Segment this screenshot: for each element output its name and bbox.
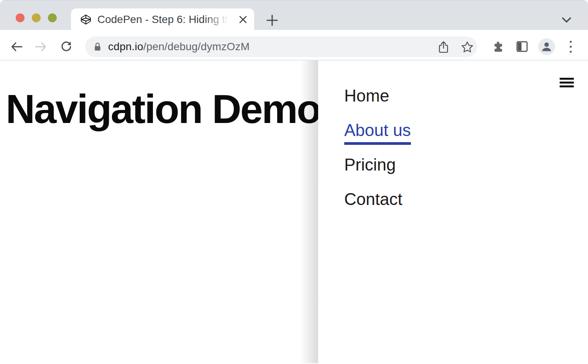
hamburger-icon[interactable] [560,78,574,87]
nav-item: Home [344,86,411,105]
chevron-down-icon[interactable] [561,15,572,25]
page-viewport: Navigation Demo Home About us Pricing [0,61,588,363]
site-navigation: Home About us Pricing Contact [344,86,411,224]
nav-item: Pricing [344,155,411,174]
forward-icon [34,40,47,53]
url-text: cdpn.io/pen/debug/dymzOzM [108,36,250,57]
browser-toolbar: cdpn.io/pen/debug/dymzOzM [0,30,588,61]
browser-tab[interactable]: CodePen - Step 6: Hiding the li [71,8,254,30]
lock-icon[interactable] [94,42,101,51]
reload-icon[interactable] [60,40,73,53]
nav-link-about-us[interactable]: About us [344,121,411,145]
nav-link-contact[interactable]: Contact [344,190,402,208]
codepen-icon [80,14,91,25]
side-panel-icon[interactable] [516,41,528,52]
url-domain: cdpn.io [108,41,143,52]
share-icon[interactable] [437,41,450,54]
traffic-lights [16,13,57,22]
back-icon[interactable] [10,40,23,53]
minimize-window-button[interactable] [32,13,41,22]
page-title: Navigation Demo [6,88,320,130]
close-icon[interactable] [238,15,248,24]
kebab-menu-icon[interactable] [568,40,574,54]
nav-item: Contact [344,190,411,208]
tab-title: CodePen - Step 6: Hiding the li [97,8,235,30]
nav-item: About us [344,121,411,139]
new-tab-icon[interactable] [266,15,278,26]
address-bar[interactable]: cdpn.io/pen/debug/dymzOzM [85,36,477,57]
slide-out-nav-panel: Home About us Pricing Contact [318,61,588,363]
zoom-window-button[interactable] [48,13,57,22]
nav-link-home[interactable]: Home [344,86,389,105]
puzzle-icon[interactable] [492,41,504,53]
tab-strip: CodePen - Step 6: Hiding the li [0,0,588,30]
url-path: /pen/debug/dymzOzM [143,41,250,52]
star-icon[interactable] [461,41,473,53]
browser-window: CodePen - Step 6: Hiding the li [0,0,588,364]
profile-icon[interactable] [538,38,555,55]
close-window-button[interactable] [16,13,25,22]
nav-link-pricing[interactable]: Pricing [344,155,396,174]
